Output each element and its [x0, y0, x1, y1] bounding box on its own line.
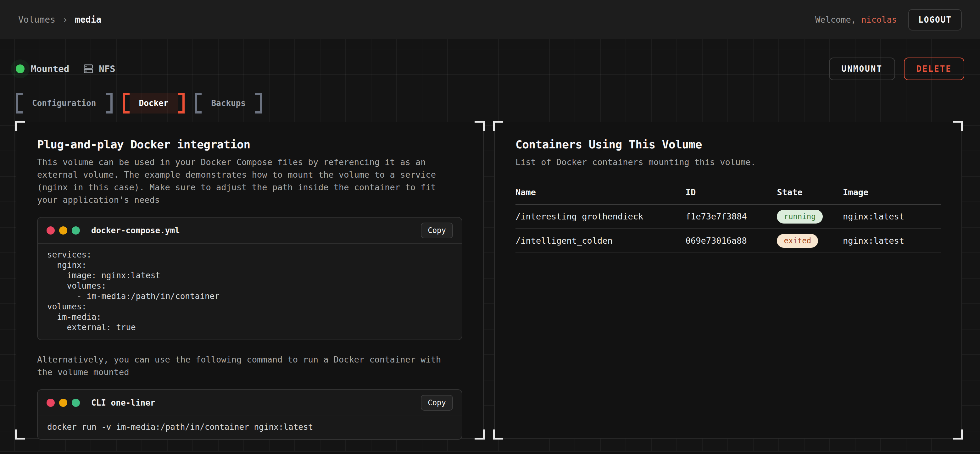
breadcrumb-volumes-link[interactable]: Volumes: [18, 14, 55, 25]
status-badge: running: [777, 210, 822, 224]
column-header-name: Name: [515, 187, 686, 197]
mounted-status-dot-icon: [16, 65, 24, 73]
traffic-green-icon: [72, 226, 80, 235]
panel-corner: [474, 430, 485, 440]
container-image: nginx:latest: [843, 211, 941, 221]
container-name: /intelligent_colden: [515, 236, 686, 246]
containers-panel-title: Containers Using This Volume: [515, 138, 941, 151]
table-row[interactable]: /intelligent_colden 069e73016a88 exited …: [515, 229, 941, 253]
column-header-state: State: [777, 187, 843, 197]
traffic-green-icon: [72, 398, 80, 407]
table-row[interactable]: /interesting_grothendieck f1e73e7f3884 r…: [515, 205, 941, 229]
docker-panel-title: Plug-and-play Docker integration: [37, 138, 462, 151]
tab-bracket-left: [16, 93, 23, 113]
traffic-red-icon: [46, 226, 55, 235]
mounted-status-label: Mounted: [31, 63, 69, 74]
containers-panel-subtitle: List of Docker containers mounting this …: [515, 156, 934, 168]
username: nicolas: [861, 15, 897, 24]
compose-code-block: docker-compose.yml Copy services: nginx:…: [37, 217, 462, 340]
docker-panel-description: This volume can be used in your Docker C…: [37, 156, 455, 206]
tab-label: Docker: [130, 93, 178, 113]
column-header-image: Image: [843, 187, 941, 197]
tab-label: Configuration: [23, 93, 106, 113]
mount-status: Mounted: [16, 63, 69, 74]
container-image: nginx:latest: [843, 236, 941, 246]
tab-docker[interactable]: Docker: [123, 93, 185, 113]
tab-bracket-right: [106, 93, 113, 113]
compose-code: services: nginx: image: nginx:latest vol…: [38, 244, 462, 340]
panel-corner: [15, 430, 25, 440]
tab-backups[interactable]: Backups: [195, 93, 262, 113]
docker-integration-panel: Plug-and-play Docker integration This vo…: [16, 122, 484, 438]
tab-bracket-left: [123, 93, 130, 113]
volume-actions: UNMOUNT DELETE: [829, 57, 964, 80]
container-state: running: [777, 210, 843, 224]
unmount-button[interactable]: UNMOUNT: [829, 57, 896, 80]
traffic-amber-icon: [59, 226, 67, 235]
panel-corner: [474, 121, 485, 131]
panels-row: Plug-and-play Docker integration This vo…: [16, 122, 964, 438]
compose-copy-button[interactable]: Copy: [421, 222, 453, 238]
cli-code-header: CLI one-liner Copy: [38, 390, 462, 416]
containers-table: Name ID State Image /interesting_grothen…: [515, 183, 941, 253]
panel-corner: [15, 121, 25, 131]
breadcrumb: Volumes › media: [18, 14, 101, 25]
column-header-id: ID: [686, 187, 777, 197]
container-id: 069e73016a88: [686, 236, 777, 246]
container-id: f1e73e7f3884: [686, 211, 777, 221]
traffic-lights: [46, 226, 80, 235]
welcome-prefix: Welcome,: [815, 15, 861, 24]
driver-badge: NFS: [83, 63, 115, 75]
tab-bar: Configuration Docker Backups: [16, 93, 964, 113]
cli-intro-text: Alternatively, you can use the following…: [37, 353, 455, 379]
tab-bracket-left: [195, 93, 202, 113]
traffic-lights: [46, 398, 80, 407]
compose-code-header: docker-compose.yml Copy: [38, 217, 462, 244]
tab-label: Backups: [202, 93, 255, 113]
driver-label: NFS: [99, 63, 115, 74]
cli-filename: CLI one-liner: [91, 398, 155, 408]
panel-corner: [493, 121, 503, 131]
cli-code: docker run -v im-media:/path/in/containe…: [38, 416, 462, 439]
compose-filename: docker-compose.yml: [91, 226, 180, 235]
status-badge: exited: [777, 234, 818, 248]
breadcrumb-current-volume: media: [75, 14, 101, 25]
breadcrumb-separator-icon: ›: [62, 14, 68, 25]
panel-corner: [493, 430, 503, 440]
containers-panel: Containers Using This Volume List of Doc…: [494, 122, 962, 438]
main-content: Mounted NFS UNMOUNT DELETE Configuration: [0, 39, 980, 454]
server-icon: [83, 63, 94, 75]
tab-bracket-right: [255, 93, 262, 113]
status-indicators: Mounted NFS: [16, 63, 115, 75]
cli-copy-button[interactable]: Copy: [421, 395, 453, 411]
tab-bracket-right: [178, 93, 185, 113]
traffic-amber-icon: [59, 398, 67, 407]
cli-code-block: CLI one-liner Copy docker run -v im-medi…: [37, 389, 462, 440]
traffic-red-icon: [46, 398, 55, 407]
top-bar-right: Welcome, nicolas LOGOUT: [815, 9, 962, 30]
containers-table-header: Name ID State Image: [515, 183, 941, 205]
panel-corner: [953, 430, 963, 440]
container-state: exited: [777, 234, 843, 248]
panel-corner: [953, 121, 963, 131]
welcome-text: Welcome, nicolas: [815, 15, 897, 24]
status-row: Mounted NFS UNMOUNT DELETE: [16, 57, 964, 80]
container-name: /interesting_grothendieck: [515, 211, 686, 221]
footer-strip: [0, 451, 980, 454]
top-bar: Volumes › media Welcome, nicolas LOGOUT: [0, 0, 980, 39]
tab-configuration[interactable]: Configuration: [16, 93, 113, 113]
delete-button[interactable]: DELETE: [904, 57, 964, 80]
logout-button[interactable]: LOGOUT: [908, 9, 962, 30]
